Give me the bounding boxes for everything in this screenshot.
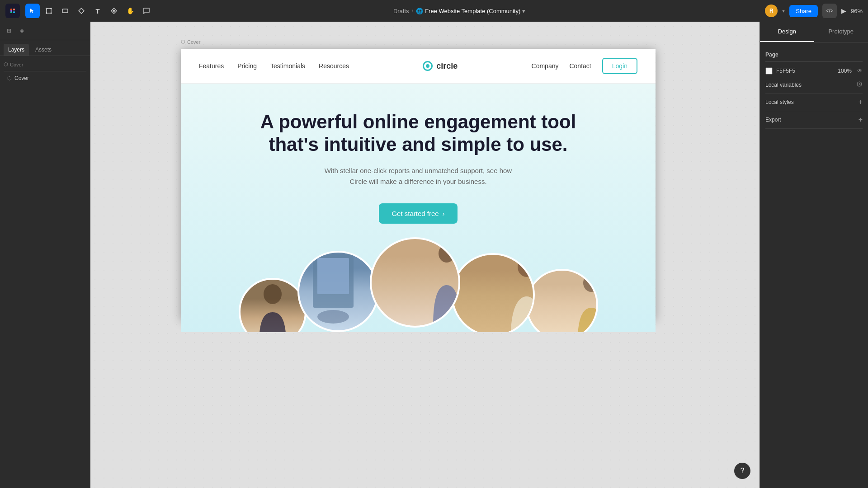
- cta-button[interactable]: Get started free ›: [379, 203, 457, 224]
- left-panel: ⊞ ◈ Layers Assets ⬡ Cover ⬡ Cover: [0, 22, 90, 488]
- hero-image-1: [239, 278, 307, 332]
- hand-tool[interactable]: ✋: [123, 4, 137, 18]
- nav-logo-circle: [423, 61, 433, 71]
- website-nav: Features Pricing Testimonials Resources …: [181, 49, 656, 84]
- page-section-header: Page: [765, 48, 863, 62]
- breadcrumb: Drafts / 🌐 Free Website Template (Commun…: [393, 8, 526, 14]
- breadcrumb-cover-label[interactable]: Cover: [10, 62, 23, 67]
- page-color-swatch[interactable]: [765, 67, 773, 75]
- zoom-indicator[interactable]: 96%: [851, 8, 863, 14]
- hero-image-2: [297, 251, 379, 332]
- help-button[interactable]: ?: [734, 463, 750, 479]
- select-tool[interactable]: [25, 4, 40, 18]
- tab-assets[interactable]: Assets: [31, 44, 56, 56]
- local-styles-row[interactable]: Local styles +: [765, 94, 863, 111]
- page-opacity-value: 100%: [838, 68, 852, 74]
- nav-features[interactable]: Features: [199, 62, 224, 70]
- local-variables-row[interactable]: Local variables: [765, 76, 863, 94]
- avatar[interactable]: R: [765, 5, 778, 17]
- hero-title-line2: that's intuitive and simple to use.: [199, 133, 637, 156]
- export-add-icon[interactable]: +: [859, 116, 863, 124]
- canvas-frame: ⬡ Cover Features Pricing Testimonials Re…: [181, 49, 656, 320]
- export-row[interactable]: Export +: [765, 111, 863, 129]
- right-panel-content: Page F5F5F5 100% 👁 Local variables: [760, 42, 868, 134]
- nav-logo-text: circle: [436, 61, 458, 71]
- export-label: Export: [765, 117, 781, 123]
- hero-title-line1: A powerful online engagement tool: [199, 111, 637, 133]
- breadcrumb-drafts[interactable]: Drafts: [393, 8, 409, 14]
- code-button[interactable]: </>: [822, 4, 837, 18]
- breadcrumb-dropdown-icon[interactable]: ▾: [522, 8, 525, 14]
- cta-label: Get started free: [392, 210, 439, 217]
- svg-rect-1: [13, 9, 15, 10]
- breadcrumb-file[interactable]: 🌐 Free Website Template (Community) ▾: [416, 8, 525, 14]
- text-tool[interactable]: T: [90, 4, 105, 18]
- nav-contact[interactable]: Contact: [569, 62, 591, 70]
- hero-image-5: [526, 269, 598, 332]
- svg-point-15: [264, 284, 282, 304]
- nav-logo: circle: [423, 61, 458, 71]
- nav-links-right: Company Contact Login: [532, 58, 637, 74]
- svg-point-20: [457, 253, 460, 272]
- frame-label: ⬡ Cover: [181, 39, 200, 45]
- nav-pricing[interactable]: Pricing: [237, 62, 257, 70]
- toolbar-center: Drafts / 🌐 Free Website Template (Commun…: [393, 8, 526, 14]
- play-button[interactable]: ▶: [841, 7, 846, 14]
- avatar-dropdown[interactable]: ▾: [782, 8, 785, 14]
- local-variables-icon[interactable]: [856, 81, 863, 89]
- hero-section: A powerful online engagement tool that's…: [181, 84, 656, 332]
- hero-image-4: [451, 253, 535, 332]
- local-styles-add-icon[interactable]: +: [859, 98, 863, 106]
- page-section-title: Page: [765, 52, 778, 58]
- hero-title-text: A powerful online engagement tool that's…: [199, 111, 637, 156]
- tab-design[interactable]: Design: [760, 22, 814, 42]
- breadcrumb-cover-icon: ⬡: [4, 61, 8, 67]
- svg-point-21: [518, 257, 535, 277]
- hero-subtitle-line2: Circle will make a difference in your bu…: [199, 176, 637, 187]
- svg-rect-4: [10, 10, 12, 12]
- breadcrumb-separator: /: [412, 8, 414, 14]
- layer-cover-icon: ⬡: [7, 75, 12, 81]
- shape-tool[interactable]: [58, 4, 72, 18]
- tab-prototype[interactable]: Prototype: [814, 22, 868, 42]
- toolbar: T ✋ Drafts / 🌐 Free Website Template (Co…: [0, 0, 868, 22]
- layers-panel: ⬡ Cover ⬡ Cover: [0, 56, 90, 87]
- svg-rect-17: [317, 258, 349, 294]
- right-panel-tabs: Design Prototype: [760, 22, 868, 42]
- share-button[interactable]: Share: [789, 5, 818, 17]
- hero-subtitle: With stellar one-click reports and unmat…: [199, 165, 637, 187]
- hero-title: A powerful online engagement tool that's…: [199, 111, 637, 156]
- hero-image-3: [370, 237, 460, 328]
- toolbar-right: R ▾ Share </> ▶ 96%: [765, 4, 863, 18]
- panel-top-icons: ⊞ ◈: [0, 22, 90, 40]
- nav-links-left: Features Pricing Testimonials Resources: [199, 62, 349, 70]
- nav-logo-inner: [426, 64, 429, 68]
- page-color-row[interactable]: F5F5F5 100% 👁: [765, 66, 863, 76]
- canvas-area[interactable]: ⬡ Cover Features Pricing Testimonials Re…: [90, 22, 760, 488]
- nav-testimonials[interactable]: Testimonials: [270, 62, 305, 70]
- component-tool[interactable]: [107, 4, 121, 18]
- login-button[interactable]: Login: [602, 58, 637, 74]
- right-panel: Design Prototype Page F5F5F5 100% 👁 Loca…: [760, 22, 868, 488]
- eye-icon[interactable]: 👁: [857, 68, 863, 74]
- comment-tool[interactable]: [139, 4, 154, 18]
- frame-tool[interactable]: [42, 4, 56, 18]
- nav-company[interactable]: Company: [532, 62, 559, 70]
- svg-rect-14: [62, 9, 68, 13]
- svg-point-22: [583, 274, 598, 292]
- pen-tool[interactable]: [74, 4, 89, 18]
- file-name: Free Website Template (Community): [425, 8, 520, 14]
- local-variables-label: Local variables: [765, 82, 802, 88]
- file-icon: 🌐: [416, 8, 423, 14]
- panel-layer-icon[interactable]: ◈: [16, 25, 27, 36]
- panel-grid-icon[interactable]: ⊞: [4, 25, 14, 36]
- figma-logo[interactable]: [5, 4, 20, 18]
- nav-resources[interactable]: Resources: [319, 62, 349, 70]
- page-color-value: F5F5F5: [776, 68, 795, 74]
- hero-images: [199, 242, 637, 332]
- svg-point-18: [317, 310, 349, 324]
- tab-layers[interactable]: Layers: [4, 44, 29, 56]
- svg-point-19: [439, 244, 455, 263]
- local-styles-label: Local styles: [765, 99, 794, 105]
- layer-cover[interactable]: ⬡ Cover: [4, 73, 86, 83]
